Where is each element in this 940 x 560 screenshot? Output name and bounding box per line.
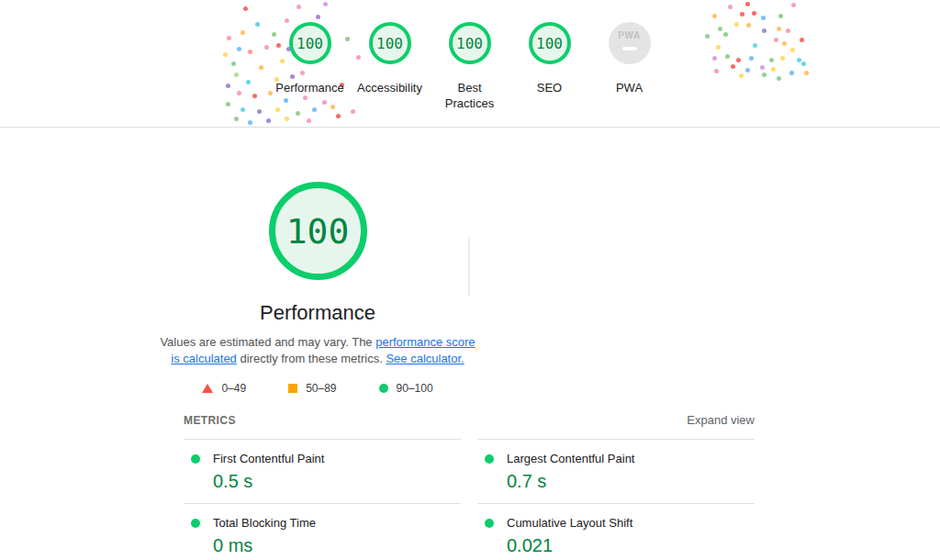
confetti-dot xyxy=(296,111,300,116)
confetti-dot xyxy=(745,2,750,6)
metric-cumulative-layout-shift: Cumulative Layout Shift 0.021 xyxy=(477,503,755,560)
confetti-dot xyxy=(753,43,757,48)
confetti-dot xyxy=(804,71,809,75)
metric-largest-contentful-paint: Largest Contentful Paint 0.7 s xyxy=(477,439,755,503)
score-label: PWA xyxy=(616,80,643,95)
score-summary-header: 100 Performance 100 Accessibility 100 Be… xyxy=(0,0,940,128)
metrics-header: METRICS Expand view xyxy=(184,413,755,427)
confetti-dot xyxy=(728,5,733,9)
confetti-dot xyxy=(712,14,717,18)
performance-category-header: 100 Performance Values are estimated and… xyxy=(156,182,479,395)
confetti-dot xyxy=(790,48,795,52)
confetti-dot xyxy=(237,91,241,95)
vertical-divider xyxy=(468,237,470,296)
score-value: 100 xyxy=(297,35,323,52)
confetti-dot xyxy=(761,16,766,20)
confetti-dot xyxy=(797,58,801,62)
header-score-best-practices[interactable]: 100 Best Practices xyxy=(430,22,509,111)
expand-view-button[interactable]: Expand view xyxy=(687,413,755,427)
metric-pass-icon xyxy=(191,454,200,464)
legend-range: 50–89 xyxy=(306,382,336,395)
category-title: Performance xyxy=(156,301,479,325)
metric-value: 0.021 xyxy=(507,535,755,556)
legend-pass: 90–100 xyxy=(379,382,433,395)
confetti-dot xyxy=(227,36,231,40)
metric-name: First Contentful Paint xyxy=(213,452,324,465)
confetti-dot xyxy=(745,68,750,73)
score-label: SEO xyxy=(537,80,562,95)
confetti-dot xyxy=(736,58,741,62)
confetti-dot xyxy=(257,109,262,114)
confetti-dot xyxy=(786,28,790,33)
header-score-accessibility[interactable]: 100 Accessibility xyxy=(350,22,430,111)
best-practices-gauge-icon: 100 xyxy=(449,22,491,64)
confetti-dot xyxy=(297,5,301,9)
confetti-dot xyxy=(712,56,717,61)
score-label: Accessibility xyxy=(357,80,422,95)
confetti-dot xyxy=(226,102,230,106)
fail-triangle-icon xyxy=(202,384,213,393)
confetti-dot xyxy=(316,15,320,19)
confetti-dot xyxy=(246,80,251,84)
confetti-dot xyxy=(777,27,781,31)
header-score-performance[interactable]: 100 Performance xyxy=(270,22,350,111)
confetti-dot xyxy=(782,41,787,46)
description-text: Values are estimated and may vary. The xyxy=(160,335,375,349)
metrics-grid: First Contentful Paint 0.5 s Largest Con… xyxy=(184,439,755,560)
confetti-dot xyxy=(771,67,776,72)
metric-value: 0 ms xyxy=(213,535,461,556)
confetti-dot xyxy=(226,84,230,88)
confetti-dot xyxy=(780,56,785,61)
metric-first-contentful-paint: First Contentful Paint 0.5 s xyxy=(184,439,461,503)
confetti-dot xyxy=(801,62,806,66)
confetti-dot xyxy=(241,30,245,35)
performance-score-value: 100 xyxy=(286,211,350,252)
header-score-pwa[interactable]: PWA PWA xyxy=(589,22,669,111)
confetti-dot xyxy=(723,32,728,37)
confetti-dot xyxy=(734,22,739,27)
confetti-dot xyxy=(323,2,328,6)
confetti-dot xyxy=(791,3,796,7)
performance-score-gauge: 100 xyxy=(269,182,367,280)
confetti-dot xyxy=(725,54,730,59)
score-description: Values are estimated and may vary. The p… xyxy=(156,334,479,367)
metric-name: Largest Contentful Paint xyxy=(507,452,634,465)
metric-pass-icon xyxy=(485,519,494,528)
score-value: 100 xyxy=(536,35,563,52)
confetti-dot xyxy=(266,118,271,123)
metric-value: 0.7 s xyxy=(507,471,755,492)
legend-range: 90–100 xyxy=(397,382,433,395)
average-square-icon xyxy=(288,384,297,393)
metric-name: Total Blocking Time xyxy=(213,516,316,530)
metrics-section: METRICS Expand view First Contentful Pai… xyxy=(184,413,755,560)
confetti-dot xyxy=(285,117,289,121)
metric-value: 0.5 s xyxy=(213,471,461,492)
accessibility-gauge-icon: 100 xyxy=(369,22,411,64)
confetti-dot xyxy=(718,27,722,31)
confetti-dot xyxy=(760,65,765,70)
score-label: Best Practices xyxy=(434,80,506,111)
confetti-dot xyxy=(243,6,248,11)
pass-circle-icon xyxy=(379,384,388,393)
legend-fail: 0–49 xyxy=(202,382,246,395)
confetti-dot xyxy=(234,73,239,77)
confetti-dot xyxy=(800,38,804,42)
category-scores-row: 100 Performance 100 Accessibility 100 Be… xyxy=(270,22,669,111)
legend-range: 0–49 xyxy=(221,382,246,395)
pwa-badge-icon: PWA xyxy=(609,22,651,64)
confetti-dot xyxy=(778,14,783,18)
confetti-dot xyxy=(740,12,744,17)
score-value: 100 xyxy=(376,35,403,52)
confetti-dot xyxy=(705,34,710,39)
see-calculator-link[interactable]: See calculator. xyxy=(386,352,464,365)
confetti-dot xyxy=(248,50,252,54)
score-label: Performance xyxy=(275,80,343,95)
header-score-seo[interactable]: 100 SEO xyxy=(509,22,589,111)
pwa-dash-icon xyxy=(622,47,637,50)
confetti-dot xyxy=(241,107,245,112)
confetti-dot xyxy=(752,11,756,16)
confetti-dot xyxy=(716,45,721,50)
confetti-dot xyxy=(231,62,236,66)
score-scale-legend: 0–49 50–89 90–100 xyxy=(156,382,479,395)
confetti-dot xyxy=(237,47,241,51)
